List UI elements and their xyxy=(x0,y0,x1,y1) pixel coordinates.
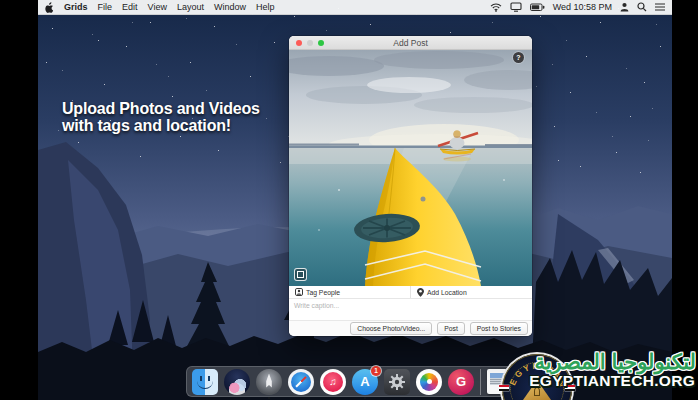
spotlight-search-icon[interactable] xyxy=(637,2,647,12)
grids-letter: G xyxy=(456,374,466,389)
add-post-window: Add Post xyxy=(289,36,532,336)
tag-people-label: Tag People xyxy=(306,289,340,296)
add-location-label: Add Location xyxy=(427,289,467,296)
post-photo-preview: ? xyxy=(289,50,532,286)
add-location-field[interactable]: Add Location xyxy=(410,286,532,298)
apple-menu-icon[interactable] xyxy=(45,2,54,13)
caption-area xyxy=(289,299,532,320)
egypt-flag-icon xyxy=(499,385,509,391)
safari-dock-icon[interactable] xyxy=(288,369,314,395)
desktop-root: { "menu_bar": { "items": ["Grids", "File… xyxy=(0,0,698,400)
window-title: Add Post xyxy=(289,38,532,48)
watermark-arabic-text: لتكنولوجيا المصرية xyxy=(534,350,696,374)
itunes-dock-icon[interactable]: ♫ xyxy=(320,369,346,395)
menu-item-view[interactable]: View xyxy=(148,2,167,12)
tag-people-field[interactable]: Tag People xyxy=(289,286,410,298)
menu-item-window[interactable]: Window xyxy=(214,2,246,12)
grids-app-dock-icon[interactable]: G xyxy=(448,369,474,395)
siri-dock-icon[interactable] xyxy=(224,369,250,395)
menu-item-help[interactable]: Help xyxy=(256,2,275,12)
expand-photo-button[interactable] xyxy=(294,268,307,281)
window-title-bar[interactable]: Add Post xyxy=(289,36,532,50)
gear-icon xyxy=(388,373,406,391)
menu-bar-clock[interactable]: Wed 10:58 PM xyxy=(553,2,612,12)
post-button[interactable]: Post xyxy=(437,322,465,335)
menu-item-file[interactable]: File xyxy=(98,2,113,12)
hero-line-2: with tags and location! xyxy=(62,117,260,134)
watermark-site-text: EGYPTIANTECH.ORG xyxy=(529,372,695,390)
post-meta-row: Tag People Add Location xyxy=(289,286,532,299)
menu-bar: Grids File Edit View Layout Window Help … xyxy=(38,0,672,15)
battery-icon[interactable] xyxy=(530,3,545,12)
wifi-icon[interactable] xyxy=(490,3,502,12)
dock: ♫ A 1 G xyxy=(186,366,532,397)
menu-item-app[interactable]: Grids xyxy=(64,2,88,12)
hero-caption: Upload Photos and Videos with tags and l… xyxy=(62,100,260,134)
hero-line-1: Upload Photos and Videos xyxy=(62,100,260,117)
notification-center-icon[interactable] xyxy=(655,3,665,11)
user-account-icon[interactable] xyxy=(620,2,629,12)
post-to-stories-button[interactable]: Post to Stories xyxy=(470,322,528,335)
window-button-row: Choose Photo/Video... Post Post to Stori… xyxy=(289,320,532,336)
menu-item-edit[interactable]: Edit xyxy=(122,2,138,12)
app-store-dock-icon[interactable]: A 1 xyxy=(352,369,378,395)
menu-item-layout[interactable]: Layout xyxy=(177,2,204,12)
caption-input[interactable] xyxy=(289,299,532,320)
finder-dock-icon[interactable] xyxy=(192,369,218,395)
help-button[interactable]: ? xyxy=(513,52,524,63)
photos-dock-icon[interactable] xyxy=(416,369,442,395)
dock-divider xyxy=(480,369,481,395)
system-preferences-dock-icon[interactable] xyxy=(384,369,410,395)
choose-photo-video-button[interactable]: Choose Photo/Video... xyxy=(350,322,432,335)
app-store-badge: 1 xyxy=(371,366,381,376)
location-pin-icon xyxy=(417,288,424,297)
tag-people-icon xyxy=(295,288,303,296)
display-mirroring-icon[interactable] xyxy=(510,2,522,12)
app-store-letter: A xyxy=(360,374,369,389)
launchpad-dock-icon[interactable] xyxy=(256,369,282,395)
kayak-photo xyxy=(289,50,532,286)
